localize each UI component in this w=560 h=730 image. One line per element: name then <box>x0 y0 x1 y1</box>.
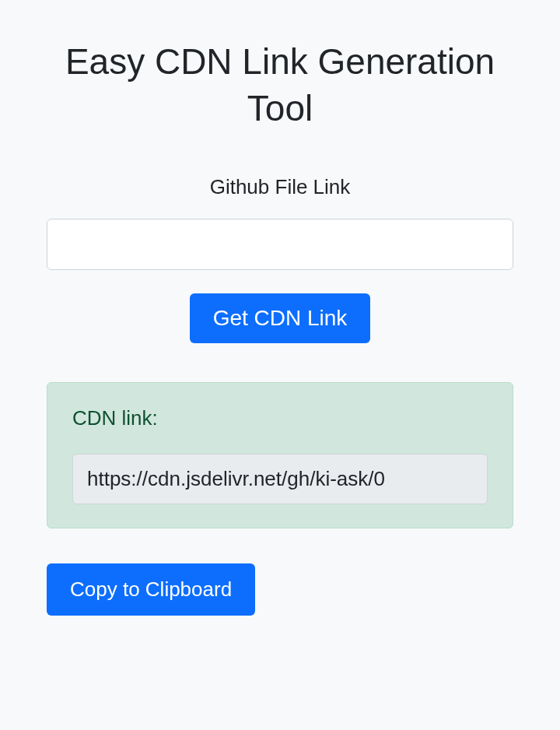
copy-container: Copy to Clipboard <box>47 563 513 616</box>
submit-container: Get CDN Link <box>47 293 513 343</box>
copy-to-clipboard-button[interactable]: Copy to Clipboard <box>47 563 255 616</box>
input-label: Github File Link <box>47 175 513 199</box>
result-heading: CDN link: <box>72 406 488 430</box>
page-title: Easy CDN Link Generation Tool <box>47 39 513 132</box>
get-cdn-link-button[interactable]: Get CDN Link <box>190 293 371 343</box>
main-container: Easy CDN Link Generation Tool Github Fil… <box>0 0 560 730</box>
github-link-input[interactable] <box>47 219 513 270</box>
cdn-link-output[interactable] <box>72 454 488 504</box>
result-alert: CDN link: <box>47 382 513 528</box>
